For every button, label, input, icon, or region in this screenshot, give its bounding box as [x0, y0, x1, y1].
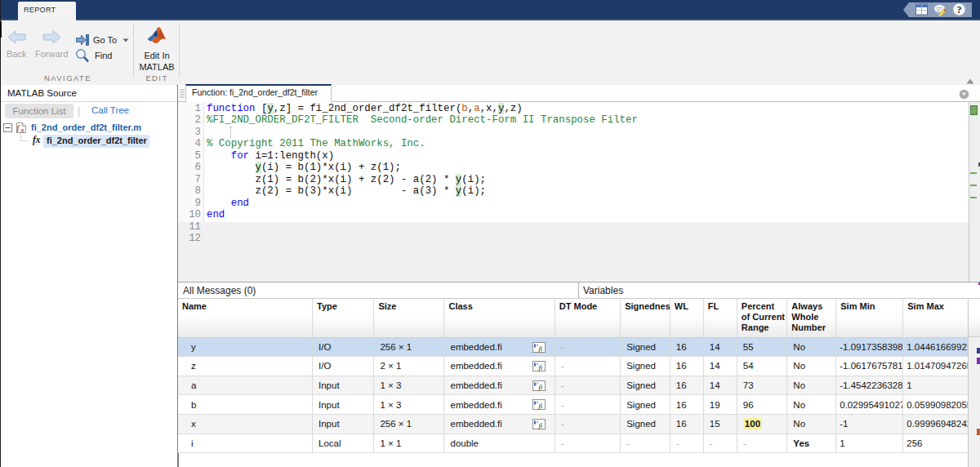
svg-text:fi: fi [539, 345, 543, 353]
svg-text:fi: fi [539, 421, 543, 429]
svg-text:?: ? [957, 4, 962, 16]
svg-text:fi: fi [539, 383, 543, 391]
svg-text:fi: fi [539, 402, 543, 410]
svg-text:fi: fi [539, 363, 543, 371]
